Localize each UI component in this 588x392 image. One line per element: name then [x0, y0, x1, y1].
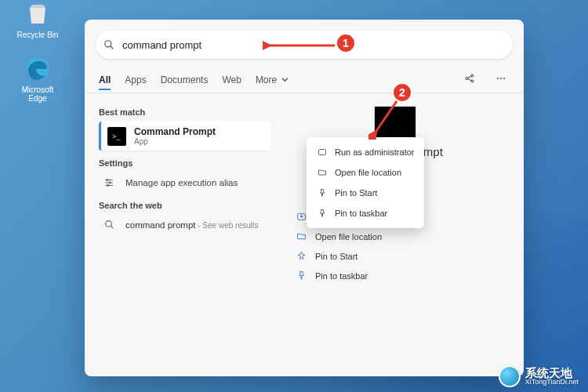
best-match-header: Best match — [99, 107, 281, 117]
tab-apps[interactable]: Apps — [125, 70, 146, 90]
ctx-pin-to-taskbar[interactable]: Pin to taskbar — [307, 203, 424, 223]
share-icon[interactable] — [461, 71, 478, 88]
search-icon — [96, 39, 122, 50]
watermark: 系统天地 XiTongTianDi.net — [499, 365, 579, 387]
ctx-open-file-location[interactable]: Open file location — [307, 162, 424, 183]
svg-point-8 — [497, 78, 499, 79]
web-result-title: command prompt — [125, 220, 195, 230]
admin-shield-icon — [295, 212, 307, 222]
settings-list-icon — [100, 177, 118, 188]
settings-item-label: Manage app execution alias — [125, 178, 238, 187]
chevron-down-icon — [281, 76, 289, 83]
svg-rect-21 — [319, 150, 326, 155]
svg-line-23 — [375, 96, 400, 133]
svg-line-2 — [111, 46, 114, 49]
svg-text:>_: >_ — [112, 132, 121, 140]
edge-icon — [24, 55, 52, 83]
result-command-prompt[interactable]: >_ Command Prompt App — [99, 122, 271, 151]
more-icon[interactable] — [492, 71, 510, 88]
svg-point-18 — [105, 221, 111, 227]
tab-web[interactable]: Web — [222, 70, 241, 90]
web-header: Search the web — [99, 201, 281, 210]
desktop-icon-recycle-bin[interactable]: Recycle Bin — [14, 0, 61, 39]
tab-documents[interactable]: Documents — [161, 70, 209, 90]
action-pin-to-taskbar[interactable]: Pin to taskbar — [292, 266, 510, 285]
folder-icon — [295, 231, 307, 241]
watermark-url: XiTongTianDi.net — [525, 379, 579, 386]
svg-point-17 — [107, 185, 109, 187]
ctx-pin-to-start[interactable]: Pin to Start — [307, 183, 424, 203]
desktop-icon-label: Recycle Bin — [17, 31, 59, 39]
svg-point-1 — [105, 41, 111, 47]
settings-item[interactable]: Manage app execution alias — [99, 172, 271, 193]
svg-line-6 — [468, 76, 472, 78]
context-menu: Run as administrator Open file location … — [307, 137, 424, 228]
web-result-suffix: - See web results — [195, 221, 258, 230]
pin-icon — [316, 209, 328, 218]
annotation-arrow-1 — [263, 39, 337, 52]
filter-tabs: All Apps Documents Web More — [85, 67, 524, 93]
desktop-icon-edge[interactable]: Microsoft Edge — [14, 55, 61, 103]
annotation-badge-2: 2 — [392, 82, 412, 103]
tab-more[interactable]: More — [256, 70, 289, 90]
svg-point-9 — [500, 78, 502, 79]
web-result[interactable]: command prompt - See web results — [99, 215, 271, 234]
pin-icon — [295, 251, 307, 261]
search-panel: All Apps Documents Web More Best match >… — [85, 20, 524, 376]
recycle-bin-icon — [24, 0, 52, 28]
pin-icon — [316, 188, 328, 198]
ctx-run-as-administrator[interactable]: Run as administrator — [307, 142, 424, 162]
pin-icon — [295, 270, 307, 281]
svg-point-10 — [503, 78, 505, 79]
action-open-file-location[interactable]: Open file location — [292, 227, 510, 246]
tab-all[interactable]: All — [99, 70, 111, 90]
svg-point-16 — [109, 182, 111, 183]
command-prompt-icon: >_ — [107, 127, 126, 146]
folder-icon — [316, 168, 328, 177]
action-pin-to-start[interactable]: Pin to Start — [292, 246, 510, 266]
desktop-icon-label: Microsoft Edge — [22, 85, 54, 103]
result-title: Command Prompt — [134, 126, 216, 137]
svg-line-19 — [111, 226, 113, 228]
globe-icon — [499, 365, 521, 387]
svg-point-15 — [107, 180, 108, 181]
results-column: Best match >_ Command Prompt App Setting… — [85, 93, 281, 376]
result-subtitle: App — [134, 137, 216, 146]
settings-header: Settings — [99, 158, 281, 168]
admin-shield-icon — [316, 147, 328, 157]
svg-line-7 — [468, 79, 472, 81]
search-icon — [100, 220, 118, 230]
annotation-badge-1: 1 — [336, 33, 356, 53]
